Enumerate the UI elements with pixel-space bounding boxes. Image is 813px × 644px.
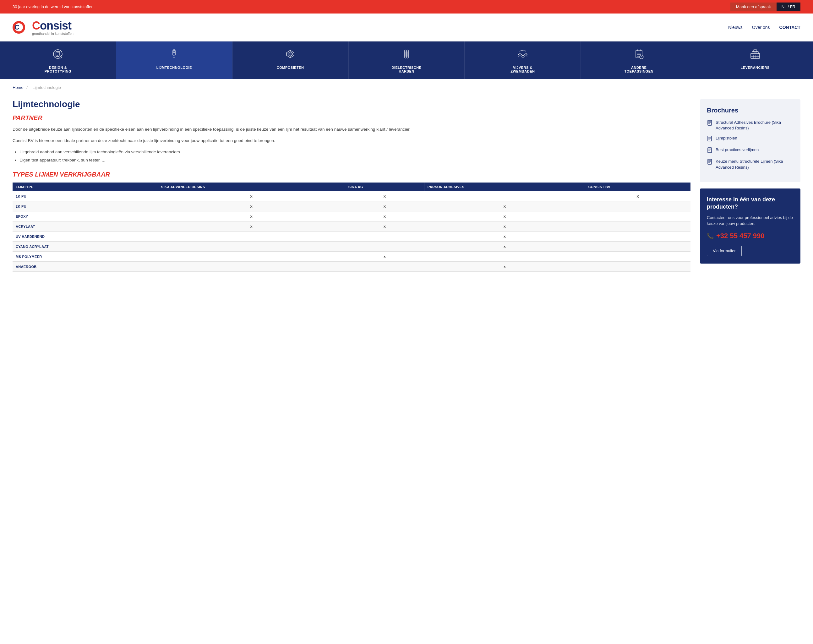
- table-row: CYANO ACRYLAATx: [12, 242, 690, 251]
- nav-contact[interactable]: CONTACT: [779, 25, 801, 30]
- partner-heading: PARTNER: [12, 114, 690, 121]
- cat-andere[interactable]: ANDERE TOEPASSINGEN: [581, 41, 697, 79]
- cat-design[interactable]: DESIGN & PROTOTYPING: [0, 41, 116, 79]
- svg-rect-47: [708, 159, 712, 164]
- brochure-link[interactable]: Best practices verlijmen: [716, 147, 759, 153]
- svg-rect-35: [708, 120, 712, 125]
- logo-icon: C: [12, 19, 29, 35]
- nav-over-ons[interactable]: Over ons: [752, 25, 770, 30]
- svg-rect-30: [754, 50, 757, 52]
- table-cell-sika_ag: x: [345, 191, 424, 201]
- lijm-icon: [169, 48, 180, 62]
- appointment-button[interactable]: Maak een afspraak: [730, 3, 776, 11]
- types-heading: TYPES LIJMEN VERKRIJGBAAR: [12, 171, 690, 178]
- table-cell-sika_adv: x: [158, 201, 345, 212]
- cat-design-label: DESIGN & PROTOTYPING: [44, 66, 71, 73]
- logo-main: Consist: [32, 19, 74, 32]
- logo-c: C: [32, 19, 40, 32]
- brochure-icon: [707, 120, 712, 127]
- breadcrumb-separator: /: [26, 85, 28, 90]
- table-cell-consist: [585, 242, 690, 251]
- table-row: ACRYLAATxxx: [12, 221, 690, 232]
- bullet-item-2: Eigen test apparatuur: trekbank, sun tes…: [20, 157, 690, 163]
- cat-lijm[interactable]: LIJMTECHNOLOGIE: [116, 41, 232, 79]
- tagline: 30 jaar evaring in de wereld van kunstst…: [12, 5, 95, 9]
- table-cell-parson: x: [424, 221, 585, 232]
- table-row: UV HARDENENDx: [12, 232, 690, 242]
- table-row: 2K PUxxx: [12, 201, 690, 212]
- bullet-item-1: Uitgebreid aanbod aan verschillende lijm…: [20, 149, 690, 155]
- table-cell-parson: x: [424, 262, 585, 272]
- table-cell-parson: [424, 251, 585, 262]
- table-cell-parson: x: [424, 242, 585, 251]
- bullet-list: Uitgebreid aanbod aan verschillende lijm…: [12, 149, 690, 164]
- paragraph-1: Door de uitgebreide keuze aan lijmsoorte…: [12, 126, 690, 133]
- cat-leveranciers[interactable]: LEVERANCIERS: [697, 41, 813, 79]
- andere-icon: [633, 48, 644, 62]
- brochure-icon: [707, 136, 712, 143]
- logo-area[interactable]: C Consist groothandel in kunststoffen: [12, 19, 74, 35]
- table-cell-sika_ag: [345, 242, 424, 251]
- brochure-item[interactable]: Best practices verlijmen: [707, 147, 793, 154]
- cat-vijvers[interactable]: VIJVERS & ZWEMBADEN: [465, 41, 581, 79]
- table-cell-type: UV HARDENEND: [12, 232, 158, 242]
- table-cell-sika_adv: [158, 262, 345, 272]
- cat-vijvers-label: VIJVERS & ZWEMBADEN: [511, 66, 535, 73]
- top-bar-right: Maak een afspraak NL / FR: [730, 3, 801, 11]
- breadcrumb-home[interactable]: Home: [12, 85, 23, 90]
- vijvers-icon: [517, 48, 528, 62]
- table-cell-sika_ag: x: [345, 251, 424, 262]
- cat-dielectrische[interactable]: DIELECTRISCHE HARSEN: [349, 41, 465, 79]
- logo-text: Consist groothandel in kunststoffen: [32, 19, 74, 35]
- top-bar: 30 jaar evaring in de wereld van kunstst…: [0, 0, 813, 14]
- table-row: EPOXYxxx: [12, 212, 690, 221]
- svg-text:C: C: [14, 23, 20, 31]
- table-row: MS POLYMEERx: [12, 251, 690, 262]
- interest-title: Interesse in één van deze producten?: [707, 196, 793, 211]
- brochure-link[interactable]: Keuze menu Structurele Lijmen (Sika Adva…: [716, 159, 793, 170]
- table-cell-type: ACRYLAAT: [12, 221, 158, 232]
- language-switcher[interactable]: NL / FR: [776, 3, 801, 11]
- logo-subtitle: groothandel in kunststoffen: [32, 32, 74, 35]
- breadcrumb: Home / Lijmtechnologie: [0, 79, 813, 93]
- brochure-icon: [707, 147, 712, 154]
- col-lijmtype: LIJMTYPE: [12, 182, 158, 191]
- table-cell-type: 2K PU: [12, 201, 158, 212]
- table-cell-consist: [585, 232, 690, 242]
- brochure-link[interactable]: Lijmpistolen: [716, 135, 737, 141]
- brochure-item[interactable]: Lijmpistolen: [707, 135, 793, 143]
- table-cell-sika_ag: [345, 232, 424, 242]
- brochure-item[interactable]: Keuze menu Structurele Lijmen (Sika Adva…: [707, 159, 793, 170]
- svg-point-10: [173, 50, 175, 53]
- leveranciers-icon: [750, 48, 761, 62]
- cat-lijm-label: LIJMTECHNOLOGIE: [156, 66, 192, 69]
- svg-marker-12: [288, 52, 293, 56]
- header: C Consist groothandel in kunststoffen Ni…: [0, 14, 813, 41]
- table-cell-consist: [585, 262, 690, 272]
- table-cell-type: EPOXY: [12, 212, 158, 221]
- table-cell-type: ANAEROOB: [12, 262, 158, 272]
- main-nav: Nieuws Over ons CONTACT: [728, 25, 801, 30]
- table-cell-parson: [424, 191, 585, 201]
- table-cell-consist: x: [585, 191, 690, 201]
- composieten-icon: [285, 48, 296, 62]
- phone-icon: 📞: [707, 233, 714, 239]
- content-right: Brochures Structural Adhesives Brochure …: [700, 99, 801, 272]
- brochure-list: Structural Adhesives Brochure (Sika Adva…: [707, 120, 793, 170]
- page-title: Lijmtechnologie: [12, 99, 690, 109]
- cat-andere-label: ANDERE TOEPASSINGEN: [624, 66, 653, 73]
- nav-nieuws[interactable]: Nieuws: [728, 25, 742, 30]
- brochure-item[interactable]: Structural Adhesives Brochure (Sika Adva…: [707, 120, 793, 131]
- table-cell-type: CYANO ACRYLAAT: [12, 242, 158, 251]
- dielectrische-icon: [401, 48, 412, 62]
- table-cell-sika_ag: x: [345, 201, 424, 212]
- table-cell-parson: x: [424, 201, 585, 212]
- interest-text: Contacteer ons voor professioneel advies…: [707, 215, 793, 227]
- form-button[interactable]: Via formulier: [707, 246, 742, 256]
- phone-number: +32 55 457 990: [716, 232, 765, 240]
- table-cell-sika_ag: x: [345, 212, 424, 221]
- cat-composieten[interactable]: COMPOSIETEN: [232, 41, 349, 79]
- brochure-link[interactable]: Structural Adhesives Brochure (Sika Adva…: [716, 120, 793, 131]
- category-bar: DESIGN & PROTOTYPING LIJMTECHNOLOGIE COM…: [0, 41, 813, 79]
- table-cell-sika_adv: [158, 242, 345, 251]
